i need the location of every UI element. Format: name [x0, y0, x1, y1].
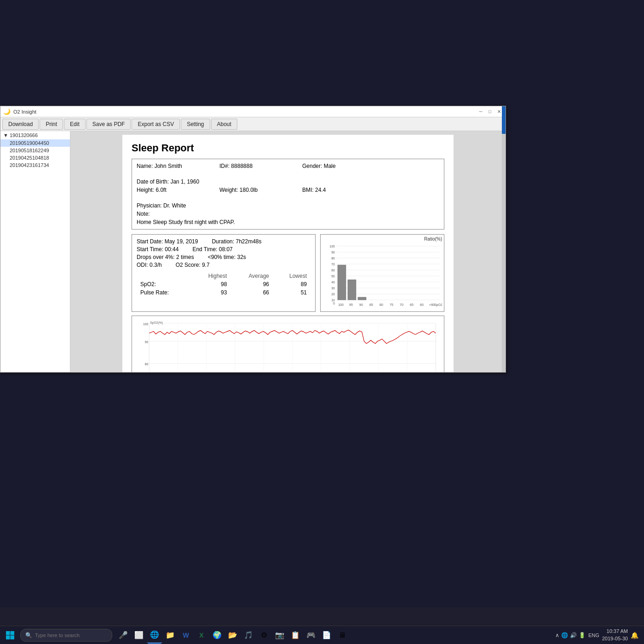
taskbar-app-monitor[interactable]: 🖥	[335, 627, 350, 644]
spo2-lowest: 89	[273, 280, 310, 288]
patient-height: Height: 6.0ft	[137, 187, 210, 193]
svg-text:75: 75	[390, 303, 393, 306]
bar-chart-svg: 100 90 80 70 60 50 40 30 20 10 0	[322, 242, 442, 308]
table-row-pulse: Pulse Rate: 93 66 51	[137, 288, 310, 297]
sidebar-group-label-text: 1901320666	[10, 132, 38, 138]
taskbar-app-pdf[interactable]: 📄	[319, 627, 334, 644]
tray-notification-icon[interactable]: 🔔	[631, 632, 638, 639]
end-time: End Time: 08:07	[192, 246, 232, 253]
gender-value: Male	[324, 163, 336, 169]
spo2-label: SpO2:	[137, 280, 191, 288]
sidebar-item-4[interactable]: 20190423161734	[0, 161, 70, 169]
tray-battery-icon[interactable]: 🔋	[579, 632, 586, 638]
taskbar-app-outlook[interactable]: 📋	[288, 627, 303, 644]
edit-button[interactable]: Edit	[64, 119, 86, 130]
patient-id: ID#: 8888888	[219, 163, 293, 169]
svg-text:70: 70	[400, 303, 403, 306]
content-area[interactable]: Sleep Report Name: John Smith ID#: 88888…	[70, 131, 506, 372]
clock-date: 2019-05-30	[602, 635, 628, 642]
bar-chart-box: Ratio(%)	[320, 234, 444, 312]
taskbar-app-files[interactable]: 📂	[225, 627, 240, 644]
pulse-lowest: 51	[273, 288, 310, 297]
tray-lang: ENG	[588, 632, 599, 638]
download-button[interactable]: Download	[2, 119, 39, 130]
taskbar-app-task-view[interactable]: ⬜	[132, 627, 146, 644]
tray-network-icon[interactable]: 🌐	[561, 632, 568, 638]
sidebar-group[interactable]: ▼ 1901320666	[0, 131, 70, 139]
gender-label: Gender:	[302, 163, 322, 169]
svg-text:20: 20	[331, 293, 335, 296]
about-button[interactable]: About	[211, 119, 237, 130]
svg-text:30: 30	[331, 287, 335, 290]
start-button[interactable]	[2, 627, 18, 644]
taskbar-app-excel[interactable]: X	[194, 627, 209, 644]
svg-text:50: 50	[331, 275, 335, 278]
taskbar-app-chrome[interactable]: 🌍	[210, 627, 224, 644]
sidebar-item-1[interactable]: 20190519004450	[0, 139, 70, 147]
setting-button[interactable]: Setting	[181, 119, 210, 130]
taskbar-app-cortana[interactable]: 🎤	[116, 627, 131, 644]
taskbar-app-photos[interactable]: 📷	[272, 627, 287, 644]
tray-volume-icon[interactable]: 🔊	[570, 632, 577, 638]
tray-up-icon[interactable]: ∧	[555, 632, 559, 638]
save-pdf-button[interactable]: Save as PDF	[86, 119, 131, 130]
taskbar-app-explorer[interactable]: 📁	[163, 627, 178, 644]
stats-row-4: ODI: 0.3/h O2 Score: 9.7	[137, 262, 310, 268]
weight-label: Weight:	[219, 187, 238, 193]
patient-info-row-1: Name: John Smith ID#: 8888888 Gender: Ma…	[137, 163, 439, 185]
id-value: 8888888	[231, 163, 253, 169]
window-controls: ─ □ ✕	[477, 109, 503, 115]
svg-text:90: 90	[359, 303, 363, 306]
taskbar-search-bar[interactable]: 🔍	[20, 629, 112, 642]
svg-text:65: 65	[410, 303, 414, 306]
lt90: <90% time: 32s	[208, 254, 246, 260]
search-icon: 🔍	[25, 632, 32, 638]
taskbar-app-music[interactable]: 🎵	[241, 627, 256, 644]
svg-text:100: 100	[329, 245, 335, 248]
minimize-button[interactable]: ─	[477, 109, 484, 115]
name-label: Name:	[137, 163, 153, 169]
svg-text:85: 85	[369, 303, 373, 306]
vertical-scrollbar[interactable]	[502, 106, 506, 372]
svg-text:80: 80	[145, 362, 149, 366]
titlebar: 🌙 O2 Insight ─ □ ✕	[0, 106, 506, 117]
collapse-icon: ▼	[3, 132, 8, 138]
print-button[interactable]: Print	[40, 119, 63, 130]
toolbar: Download Print Edit Save as PDF Export a…	[0, 117, 506, 131]
maximize-button[interactable]: □	[486, 109, 494, 115]
window-title: O2 Insight	[13, 109, 477, 115]
search-input[interactable]	[35, 632, 99, 638]
patient-dob: Date of Birth: Jan 1, 1960	[137, 178, 210, 185]
taskbar-app-word[interactable]: W	[178, 627, 193, 644]
dob-label: Date of Birth:	[137, 178, 169, 185]
pulse-average: 66	[230, 288, 273, 297]
bmi-label: BMI:	[302, 187, 314, 193]
taskbar-app-settings[interactable]: ⚙	[257, 627, 271, 644]
scrollbar-thumb[interactable]	[502, 106, 506, 134]
data-table: Highest Average Lowest SpO2: 98	[137, 272, 310, 297]
spo2-chart-section: 100 90 80 70 SpO2(%)	[132, 316, 444, 372]
taskbar-app-edge[interactable]: 🌐	[147, 627, 162, 644]
svg-text:100: 100	[143, 322, 149, 326]
export-csv-button[interactable]: Export as CSV	[132, 119, 180, 130]
spo2-chart-svg: 100 90 80 70 SpO2(%)	[136, 318, 440, 372]
sidebar-item-3[interactable]: 20190425104818	[0, 154, 70, 161]
svg-rect-55	[6, 631, 10, 635]
drops: Drops over 4%: 2 times	[137, 254, 194, 260]
taskbar-app-games[interactable]: 🎮	[304, 627, 318, 644]
sidebar[interactable]: ▼ 1901320666 20190519004450 201905181622…	[0, 131, 70, 372]
name-value: John Smith	[155, 163, 182, 169]
bmi-value: 24.4	[315, 187, 326, 193]
dob-value: Jan 1, 1960	[170, 178, 199, 185]
tray-clock[interactable]: 10:37 AM 2019-05-30	[602, 628, 628, 642]
svg-rect-57	[6, 635, 10, 639]
patient-info-box: Name: John Smith ID#: 8888888 Gender: Ma…	[132, 159, 444, 230]
svg-rect-22	[348, 280, 356, 300]
desktop: 🌙 O2 Insight ─ □ ✕ Download Print Edit S…	[0, 0, 644, 607]
table-row-spo2: SpO2: 98 96 89	[137, 280, 310, 288]
report-page: Sleep Report Name: John Smith ID#: 88888…	[122, 135, 454, 372]
sidebar-item-2[interactable]: 20190518162249	[0, 147, 70, 154]
id-label: ID#:	[219, 163, 230, 169]
taskbar-apps: 🎤 ⬜ 🌐 📁 W X 🌍 📂 🎵 ⚙ 📷 📋 🎮 📄 🖥	[116, 627, 350, 644]
col-label	[137, 272, 191, 280]
